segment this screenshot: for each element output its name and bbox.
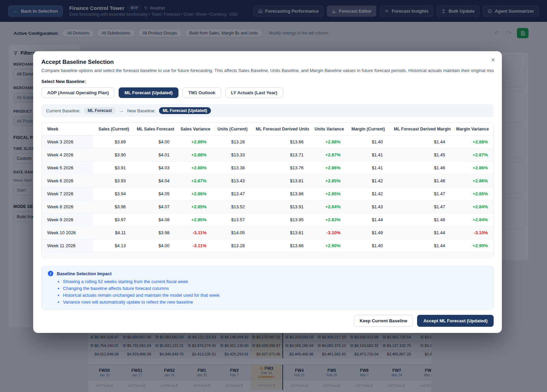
cell: $1.41 bbox=[346, 149, 388, 162]
column-header-ml-forecast-derived-units: ML Forecast Derived Units bbox=[250, 123, 309, 136]
cell: $3.91 bbox=[93, 162, 131, 174]
cell: $1.42 bbox=[346, 174, 388, 187]
cell: $3.98 bbox=[131, 226, 175, 239]
cell: $3.89 bbox=[93, 136, 131, 149]
baseline-option-ml-forecast-updated[interactable]: ML Forecast (Updated) bbox=[119, 87, 178, 98]
cell: $4.07 bbox=[131, 200, 175, 213]
cell: $1.44 bbox=[388, 136, 451, 149]
accept-ml-forecast-button[interactable]: Accept ML Forecast (Updated) bbox=[417, 315, 494, 327]
column-header-sales-current: Sales (Current) bbox=[93, 123, 131, 136]
cell: $3.94 bbox=[93, 187, 131, 200]
baseline-summary-bar: Current Baseline: ML Forecast → New Base… bbox=[41, 104, 494, 117]
cell: $4.08 bbox=[131, 213, 175, 226]
column-header-ml-forecast-derived-margin: ML Forecast Derived Margin bbox=[388, 123, 451, 136]
cell: $1.44 bbox=[388, 239, 451, 252]
cell: +2.90% bbox=[451, 239, 493, 252]
cell: $1.45 bbox=[388, 149, 451, 162]
cell: +2.84% bbox=[451, 200, 493, 213]
cell: $3.97 bbox=[93, 213, 131, 226]
new-baseline-label: New Baseline: bbox=[127, 108, 156, 113]
cell: $1.41 bbox=[346, 162, 388, 174]
cell: +2.85% bbox=[175, 200, 212, 213]
table-row: Week 4 2026$3.90$4.01+2.88%$13.33$13.71+… bbox=[42, 149, 493, 162]
impact-bullet: Historical actuals remain unchanged and … bbox=[63, 293, 487, 298]
cell: Week 7 2026 bbox=[42, 187, 93, 200]
table-row: Week 7 2026$3.94$4.05+2.86%$13.47$13.86+… bbox=[42, 187, 493, 200]
column-header-units-variance: Units Variance bbox=[309, 123, 346, 136]
cell: $13.76 bbox=[250, 162, 309, 174]
baseline-option-ly-actuals-last-year[interactable]: LY Actuals (Last Year) bbox=[225, 87, 283, 98]
modal-description: Compare baseline options and select the … bbox=[41, 68, 494, 73]
cell: +2.85% bbox=[451, 187, 493, 200]
cell: $1.46 bbox=[388, 174, 451, 187]
close-icon[interactable]: × bbox=[491, 56, 495, 63]
cell: $4.04 bbox=[131, 174, 175, 187]
cell: -3.10% bbox=[451, 226, 493, 239]
baseline-option-tm1-outlook[interactable]: TM1 Outlook bbox=[183, 87, 221, 98]
cell: -3.11% bbox=[175, 239, 212, 252]
info-icon: i bbox=[48, 271, 53, 276]
cell: +2.85% bbox=[309, 187, 346, 200]
cell: Week 10 2026 bbox=[42, 226, 93, 239]
cell: +2.88% bbox=[175, 149, 212, 162]
new-baseline-chip: ML Forecast (Updated) bbox=[159, 107, 211, 114]
baseline-option-aop-annual-operating-plan[interactable]: AOP (Annual Operating Plan) bbox=[41, 87, 115, 98]
cell: $3.93 bbox=[93, 174, 131, 187]
cell: $3.90 bbox=[93, 149, 131, 162]
cell: +2.87% bbox=[451, 149, 493, 162]
column-header-units-current: Units (Current) bbox=[212, 123, 250, 136]
cell: $13.52 bbox=[212, 200, 250, 213]
cell: +2.85% bbox=[175, 213, 212, 226]
impact-bullet: Showing a rolling 52 weeks starting from… bbox=[63, 279, 487, 284]
cell: Week 6 2026 bbox=[42, 174, 93, 187]
cell: $1.43 bbox=[346, 200, 388, 213]
cell: $4.13 bbox=[93, 239, 131, 252]
cell: +2.89% bbox=[175, 136, 212, 149]
cell: +2.86% bbox=[451, 162, 493, 174]
cell: $13.38 bbox=[212, 162, 250, 174]
cell: +2.87% bbox=[309, 149, 346, 162]
cell: -3.10% bbox=[309, 226, 346, 239]
cell: $1.42 bbox=[346, 187, 388, 200]
table-row: Week 8 2026$3.96$4.07+2.85%$13.52$13.91+… bbox=[42, 200, 493, 213]
cell: $13.91 bbox=[250, 200, 309, 213]
table-row: Week 11 2026$4.13$4.00-3.11%$13.28$13.66… bbox=[42, 239, 493, 252]
cell: $13.86 bbox=[250, 187, 309, 200]
cell: $1.44 bbox=[388, 226, 451, 239]
cell: $13.57 bbox=[212, 213, 250, 226]
cell: +2.85% bbox=[309, 174, 346, 187]
cell: +2.86% bbox=[309, 162, 346, 174]
cell: $13.43 bbox=[212, 174, 250, 187]
cell: $13.28 bbox=[212, 136, 250, 149]
cell bbox=[42, 252, 493, 256]
cell: $13.66 bbox=[250, 239, 309, 252]
table-row: Week 5 2026$3.91$4.03+2.88%$13.38$13.76+… bbox=[42, 162, 493, 174]
impact-bullet: Variance rows will automatically update … bbox=[63, 299, 487, 305]
impact-bullet-list: Showing a rolling 52 weeks starting from… bbox=[63, 279, 487, 305]
cell: $3.96 bbox=[93, 200, 131, 213]
baseline-comparison-table[interactable]: WeekSales (Current)ML Sales ForecastSale… bbox=[41, 123, 494, 258]
cell: +2.87% bbox=[175, 174, 212, 187]
cell: $1.47 bbox=[388, 200, 451, 213]
cell: -3.11% bbox=[175, 226, 212, 239]
accept-baseline-modal: × Accept Baseline Selection Compare base… bbox=[33, 51, 502, 333]
cell: +2.84% bbox=[451, 213, 493, 226]
cell: $4.01 bbox=[131, 149, 175, 162]
keep-current-baseline-button[interactable]: Keep Current Baseline bbox=[354, 315, 413, 327]
column-header-ml-sales-forecast: ML Sales Forecast bbox=[131, 123, 175, 136]
cell: $13.28 bbox=[212, 239, 250, 252]
cell: $4.00 bbox=[131, 239, 175, 252]
cell: $4.05 bbox=[131, 187, 175, 200]
impact-title: Baseline Selection Impact bbox=[57, 271, 111, 276]
cell: +2.84% bbox=[309, 200, 346, 213]
modal-title: Accept Baseline Selection bbox=[41, 59, 494, 66]
cell: $13.61 bbox=[250, 226, 309, 239]
impact-box: i Baseline Selection Impact Showing a ro… bbox=[41, 266, 494, 309]
cell: Week 4 2026 bbox=[42, 149, 93, 162]
current-baseline-label: Current Baseline: bbox=[46, 108, 80, 113]
cell: $13.95 bbox=[250, 213, 309, 226]
column-header-week: Week bbox=[42, 123, 93, 136]
column-header-sales-variance: Sales Variance bbox=[175, 123, 212, 136]
table-header-row: WeekSales (Current)ML Sales ForecastSale… bbox=[42, 123, 493, 136]
cell: $1.48 bbox=[388, 213, 451, 226]
